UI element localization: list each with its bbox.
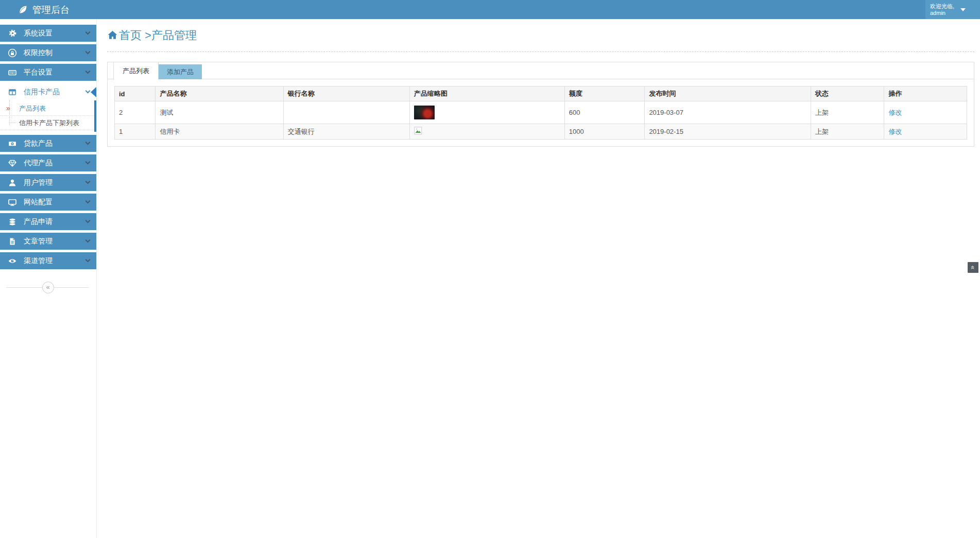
submenu-item-product-list[interactable]: » 产品列表: [0, 101, 94, 116]
monitor-icon: [8, 198, 17, 207]
welcome-text: 欢迎光临,: [930, 3, 954, 10]
chevron-down-icon: [85, 69, 91, 74]
table-header-row: id 产品名称 银行名称 产品缩略图 额度 发布时间 状态 操作: [115, 86, 967, 101]
sidebar-item-product-applications[interactable]: 产品申请: [0, 213, 96, 230]
table-row: 2 测试 600 2019-03-07 上架 修改: [115, 101, 967, 124]
cell-publish-time: 2019-02-15: [645, 124, 811, 140]
app-title: 管理后台: [32, 4, 70, 16]
document-icon: [8, 237, 17, 246]
credit-card-icon: [8, 88, 17, 97]
sidebar-item-channel-management[interactable]: 渠道管理: [0, 252, 96, 269]
username: admin: [930, 10, 954, 16]
tab-content: id 产品名称 银行名称 产品缩略图 额度 发布时间 状态 操作 2: [108, 79, 974, 146]
sidebar-item-label: 网站配置: [24, 198, 86, 207]
product-thumbnail-image: [414, 106, 435, 119]
cell-bank-name: 交通银行: [283, 124, 409, 140]
sidebar-item-site-config[interactable]: 网站配置: [0, 194, 96, 211]
main-content: 首页 >产品管理 产品列表 添加产品 id 产品名称: [97, 19, 980, 538]
sidebar-item-system-settings[interactable]: 系统设置: [0, 25, 96, 42]
sidebar-item-label: 渠道管理: [24, 256, 86, 266]
database-icon: [8, 217, 17, 227]
product-panel: 产品列表 添加产品 id 产品名称 银行名称 产品缩略图: [107, 62, 974, 147]
cell-id: 2: [115, 101, 156, 124]
chevron-down-icon: [85, 218, 91, 223]
sidebar-item-label: 用户管理: [24, 178, 86, 187]
sidebar: 系统设置 权限控制 平台设置 信用卡产品: [0, 19, 97, 538]
cell-bank-name: [283, 101, 409, 124]
angle-double-up-icon: «: [968, 266, 978, 269]
sidebar-item-label: 文章管理: [24, 237, 86, 246]
cell-product-name: 测试: [156, 101, 283, 124]
table-row: 1 信用卡 交通银行 1000 2019-02-15 上架 修改: [115, 124, 967, 140]
cell-product-name: 信用卡: [156, 124, 283, 140]
sidebar-collapse-row: «: [0, 282, 96, 293]
breadcrumb-separator: >: [142, 29, 151, 42]
sidebar-item-label: 权限控制: [24, 48, 86, 58]
banknote-icon: [8, 139, 17, 148]
cell-amount: 600: [564, 101, 645, 124]
tab-bar: 产品列表 添加产品: [108, 62, 974, 79]
edit-link[interactable]: 修改: [888, 128, 902, 135]
sidebar-item-credit-card-products[interactable]: 信用卡产品: [0, 83, 96, 100]
cell-thumbnail: [409, 124, 564, 140]
user-menu[interactable]: 欢迎光临, admin: [925, 0, 980, 19]
cell-amount: 1000: [564, 124, 645, 140]
tree-elbow-line: [9, 116, 15, 123]
cell-status: 上架: [811, 124, 884, 140]
cell-status: 上架: [811, 101, 884, 124]
sidebar-item-loan-products[interactable]: 贷款产品: [0, 135, 96, 152]
tab-add-product[interactable]: 添加产品: [159, 64, 202, 79]
cell-actions: 修改: [884, 124, 967, 140]
sidebar-item-agent-products[interactable]: 代理产品: [0, 154, 96, 171]
column-header-status: 状态: [811, 86, 884, 101]
sidebar-item-label: 贷款产品: [24, 139, 86, 148]
caret-down-icon: [960, 8, 966, 11]
sidebar-item-article-management[interactable]: 文章管理: [0, 233, 96, 250]
chevron-down-icon: [85, 238, 91, 243]
double-angle-left-icon: «: [46, 283, 49, 291]
chevron-down-icon: [85, 140, 91, 145]
chevron-down-icon: [85, 257, 91, 263]
column-header-publish-time: 发布时间: [645, 86, 811, 101]
cell-publish-time: 2019-03-07: [645, 101, 811, 124]
sidebar-item-label: 系统设置: [24, 29, 86, 38]
chevron-down-icon: [85, 49, 91, 55]
submenu-item-offshelf-list[interactable]: 信用卡产品下架列表: [0, 116, 94, 130]
edit-link[interactable]: 修改: [888, 109, 902, 116]
cell-thumbnail: [409, 101, 564, 124]
tab-product-list[interactable]: 产品列表: [113, 62, 159, 80]
sidebar-item-label: 平台设置: [24, 68, 86, 77]
sidebar-item-label: 产品申请: [24, 217, 86, 227]
breadcrumb-current: 产品管理: [151, 29, 197, 42]
submenu-item-label: 产品列表: [19, 104, 46, 113]
credit-card-products-submenu: » 产品列表 信用卡产品下架列表: [0, 100, 96, 132]
lock-icon: [8, 48, 17, 58]
sidebar-item-user-management[interactable]: 用户管理: [0, 174, 96, 191]
chevron-down-icon: [85, 30, 91, 35]
column-header-thumbnail: 产品缩略图: [409, 86, 564, 101]
column-header-actions: 操作: [884, 86, 967, 101]
sidebar-collapse-button[interactable]: «: [42, 282, 54, 293]
diamond-icon: [8, 159, 17, 168]
top-bar: 管理后台 欢迎光临, admin: [0, 0, 980, 19]
leaf-logo-icon: [18, 5, 28, 14]
keyboard-icon: [8, 68, 17, 77]
active-item-arrow-marker: [91, 87, 96, 97]
column-header-product-name: 产品名称: [156, 86, 283, 101]
chevron-down-icon: [85, 89, 91, 94]
cell-id: 1: [115, 124, 156, 140]
column-header-amount: 额度: [564, 86, 645, 101]
sidebar-item-label: 信用卡产品: [24, 88, 86, 97]
breadcrumb-home-link[interactable]: 首页: [119, 29, 142, 42]
broken-image-icon: [414, 127, 422, 135]
sidebar-item-platform-settings[interactable]: 平台设置: [0, 64, 96, 81]
sidebar-item-permission-control[interactable]: 权限控制: [0, 44, 96, 61]
double-angle-right-icon: »: [6, 104, 10, 112]
breadcrumb: 首页 >产品管理: [107, 19, 974, 52]
back-to-top-button[interactable]: «: [968, 262, 978, 273]
gear-icon: [8, 29, 17, 38]
column-header-id: id: [115, 86, 156, 101]
chevron-down-icon: [85, 160, 91, 165]
user-icon: [8, 178, 17, 187]
sidebar-item-label: 代理产品: [24, 159, 86, 168]
